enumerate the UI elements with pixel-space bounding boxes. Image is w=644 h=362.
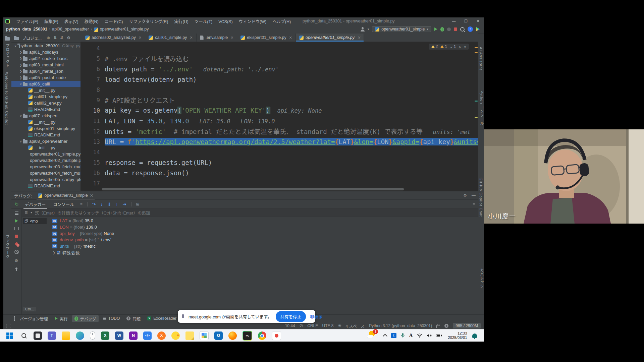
tree-item-calil01-simple-py[interactable]: calil01_simple.py xyxy=(11,94,80,100)
expand-all-icon[interactable]: ⇅ xyxy=(53,36,57,40)
indent-setting[interactable]: 4 スペース xyxy=(346,323,365,329)
search-everywhere-icon[interactable] xyxy=(460,27,465,32)
hide-panel-icon[interactable]: — xyxy=(74,36,78,40)
tree-item-openweather04-fetch-multi[interactable]: openweather04_fetch_multi xyxy=(11,170,80,176)
firefox-icon[interactable] xyxy=(228,331,237,340)
close-icon[interactable]: ✕ xyxy=(90,193,93,198)
duck-app-icon[interactable] xyxy=(171,331,180,340)
menu-item[interactable]: 実行(U) xyxy=(171,19,191,24)
widgets-weather-icon[interactable]: 3 xyxy=(367,331,376,340)
tree-toggle-icon[interactable]: ❯ xyxy=(19,57,23,60)
menu-item[interactable]: 編集(E) xyxy=(41,19,61,24)
tree-item-python-data-250301[interactable]: ∨python_data_250301C:¥my_pytho xyxy=(11,43,80,49)
tree-item--init-py[interactable]: __init__.py xyxy=(11,87,80,94)
tab-close-icon[interactable]: ✕ xyxy=(230,36,233,40)
menu-item[interactable]: コード(C) xyxy=(102,19,126,24)
tool-window-button-デバッグ[interactable]: デバッグ xyxy=(72,315,99,322)
wifi-icon[interactable] xyxy=(417,334,422,338)
chrome-icon[interactable] xyxy=(258,331,266,340)
tree-toggle-icon[interactable]: ❯ xyxy=(19,51,23,54)
code-line-13[interactable]: 13URL = f'https://api.openweathermap.org… xyxy=(80,136,478,147)
menu-item[interactable]: ヘルプ(H) xyxy=(269,19,294,24)
tree-item-openweather02-multiple-py[interactable]: openweather02_multiple.py xyxy=(11,157,80,164)
excel-icon[interactable]: X xyxy=(101,331,109,340)
view-breakpoints-icon[interactable] xyxy=(15,242,18,245)
menu-item[interactable]: ツール(T) xyxy=(192,19,215,24)
variable-api_key[interactable]: 01api_key = {NoneType} None xyxy=(52,230,478,237)
editor-tab-openweather01-simple-py[interactable]: openweather01_simple.py✕ xyxy=(296,34,364,42)
tree-toggle-icon[interactable]: ∨ xyxy=(19,140,23,143)
ime-indicator[interactable]: A xyxy=(409,333,413,338)
run-button[interactable] xyxy=(434,27,437,31)
volume-icon[interactable] xyxy=(427,334,432,338)
search-icon[interactable] xyxy=(19,331,28,340)
tree-item-api07-ekispert[interactable]: ∨api07_ekispert xyxy=(11,113,80,119)
taskbar-clock[interactable]: 12:332025/03/01 xyxy=(448,331,467,340)
menu-item[interactable]: 移動(N) xyxy=(81,19,101,24)
profile-icon[interactable] xyxy=(361,29,365,32)
tree-item-readme-md[interactable]: README.md xyxy=(11,132,80,138)
notification-bell-icon[interactable] xyxy=(472,334,477,338)
run-to-cursor-icon[interactable]: ⇥ xyxy=(123,202,126,207)
pycharm-icon[interactable]: PC xyxy=(243,331,252,341)
minimize-button[interactable]: — xyxy=(448,17,460,25)
locate-file-icon[interactable]: ⊕ xyxy=(47,36,50,40)
layout-icon[interactable]: ≡ xyxy=(80,202,83,206)
stop-button[interactable] xyxy=(454,27,457,31)
stripe-item-bookmarks[interactable]: ブックマーク xyxy=(5,235,10,259)
variable-LON[interactable]: 01LON = {float} 139.0 xyxy=(52,224,478,230)
gear-icon[interactable]: ⚙ xyxy=(463,193,467,198)
debug-button[interactable] xyxy=(440,27,444,32)
grid-app-icon[interactable] xyxy=(200,331,209,340)
tree-item-readme-md[interactable]: README.md xyxy=(11,183,80,189)
tree-item-api01-holidays[interactable]: ❯api01_holidays xyxy=(11,49,80,55)
vscode-icon[interactable]: </> xyxy=(143,331,152,340)
pin-icon[interactable] xyxy=(15,267,17,269)
stripe-item-copilot-chat[interactable]: GitHub Copilot Chat xyxy=(479,178,483,217)
step-out-icon[interactable]: ↑ xyxy=(116,202,118,207)
rerun-icon[interactable]: ↻ xyxy=(15,201,19,207)
mouse-settings-icon[interactable] xyxy=(90,331,95,340)
start-icon[interactable] xyxy=(5,331,14,340)
tree-item-openweather01-simple-py[interactable]: openweather01_simple.py xyxy=(11,151,80,157)
code-line-15[interactable]: 15response = requests.get(URL) xyxy=(80,157,478,168)
run-config-selector[interactable]: openweather01_simple ▾ xyxy=(372,26,431,32)
teams-icon[interactable]: T xyxy=(48,331,56,340)
pause-icon[interactable] xyxy=(14,227,19,230)
window-status-icon[interactable] xyxy=(6,324,11,328)
tree-item-api05-postal-code[interactable]: ❯api05_postal_code xyxy=(11,74,80,81)
code-line-14[interactable]: 14 xyxy=(80,147,478,157)
step-over-icon[interactable]: ↷ xyxy=(92,202,96,207)
tree-item-ekispert01-simple-py[interactable]: ekispert01_simple.py xyxy=(11,125,80,132)
code-line-10[interactable]: 10api_key = os.getenv('OPEN_WEATHER_API_… xyxy=(80,105,478,116)
tree-item--init-py[interactable]: __init__.py xyxy=(11,144,80,151)
stripe-item-python-console[interactable]: Python コンソール xyxy=(479,90,484,125)
frame-item[interactable]: 🗇 <mo xyxy=(23,218,47,224)
code-area[interactable]: 45# .env ファイルを読み込む6dotenv_path = '../.en… xyxy=(80,42,478,188)
tab-debugger[interactable]: デバッガー xyxy=(23,200,47,208)
hidden-icons-chevron[interactable] xyxy=(383,334,387,339)
maximize-button[interactable]: ❐ xyxy=(460,17,472,25)
code-line-16[interactable]: 16data = response.json() xyxy=(80,168,478,178)
gear-icon[interactable]: ⚙ xyxy=(15,258,18,263)
breadcrumb-item[interactable]: python_data_250301 xyxy=(6,27,47,32)
step-into-icon[interactable]: ↓ xyxy=(101,202,103,207)
menu-item[interactable]: リファクタリング(R) xyxy=(126,19,171,24)
tree-item-api03-metal-html[interactable]: ❯api03_metal_html xyxy=(11,62,80,68)
code-line-12[interactable]: 12units = 'metric' # imperial だとたとえば気温を華… xyxy=(80,126,478,136)
menu-item[interactable]: ウィンドウ(W) xyxy=(236,19,270,24)
inspections-icon[interactable]: ! xyxy=(444,324,448,328)
memory-indicator[interactable]: 985 / 2900M xyxy=(453,323,481,328)
collapse-all-icon[interactable]: ⇵ xyxy=(60,36,63,40)
tree-item-api06-calil[interactable]: ∨api06_calil xyxy=(11,81,80,87)
hide-panel-icon[interactable]: — xyxy=(472,193,476,198)
tree-item-openweather03-fetch-multi[interactable]: openweather03_fetch_multi xyxy=(11,164,80,170)
tab-close-icon[interactable]: ✕ xyxy=(139,36,142,40)
editor-tab-calil01-simple-py[interactable]: calil01_simple.py✕ xyxy=(145,34,196,42)
file-encoding[interactable]: UTF-8 xyxy=(322,323,333,328)
bluetooth-icon[interactable]: ᛒ xyxy=(391,333,396,338)
plugin-play-icon[interactable] xyxy=(476,27,480,32)
interpreter[interactable]: Python 3.12 (python_data_250301) xyxy=(369,323,432,328)
line-ending[interactable]: CRLF xyxy=(307,323,318,328)
variable-LAT[interactable]: 01LAT = {float} 35.0 xyxy=(52,218,478,224)
